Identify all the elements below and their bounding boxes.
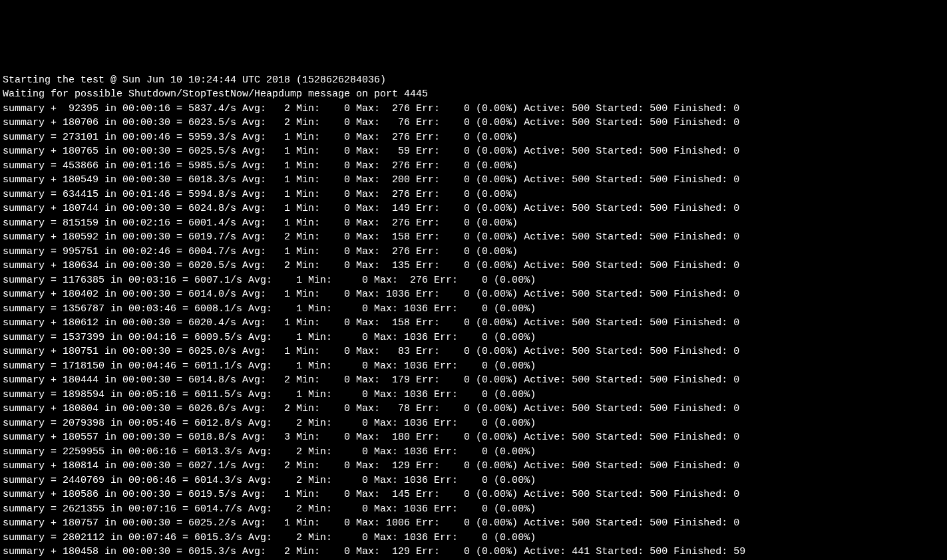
- terminal-line: Waiting for possible Shutdown/StopTestNo…: [3, 87, 944, 102]
- terminal-line: summary + 92395 in 00:00:16 = 5837.4/s A…: [3, 102, 944, 116]
- terminal-line: summary = 2621355 in 00:07:16 = 6014.7/s…: [3, 502, 944, 517]
- terminal-line: summary = 1176385 in 00:03:16 = 6007.1/s…: [3, 273, 944, 288]
- terminal-line: summary + 180444 in 00:00:30 = 6014.8/s …: [3, 373, 944, 388]
- terminal-line: summary = 995751 in 00:02:46 = 6004.7/s …: [3, 245, 944, 259]
- terminal-line: summary + 180592 in 00:00:30 = 6019.7/s …: [3, 230, 944, 245]
- terminal-line: summary = 634415 in 00:01:46 = 5994.8/s …: [3, 188, 944, 202]
- terminal-line: Starting the test @ Sun Jun 10 10:24:44 …: [3, 73, 944, 88]
- terminal-line: summary + 180765 in 00:00:30 = 6025.5/s …: [3, 144, 944, 159]
- terminal-line: summary + 180757 in 00:00:30 = 6025.2/s …: [3, 516, 944, 531]
- terminal-line: summary = 815159 in 00:02:16 = 6001.4/s …: [3, 216, 944, 231]
- terminal-line: summary + 180549 in 00:00:30 = 6018.3/s …: [3, 173, 944, 188]
- terminal-line: summary = 1356787 in 00:03:46 = 6008.1/s…: [3, 302, 944, 317]
- terminal-line: summary = 2079398 in 00:05:46 = 6012.8/s…: [3, 416, 944, 431]
- terminal-line: summary = 1537399 in 00:04:16 = 6009.5/s…: [3, 331, 944, 345]
- terminal-line: summary + 180706 in 00:00:30 = 6023.5/s …: [3, 116, 944, 130]
- terminal-line: summary = 2440769 in 00:06:46 = 6014.3/s…: [3, 474, 944, 488]
- terminal-line: summary + 180744 in 00:00:30 = 6024.8/s …: [3, 202, 944, 216]
- terminal-line: summary = 1898594 in 00:05:16 = 6011.5/s…: [3, 388, 944, 402]
- terminal-line: summary + 180814 in 00:00:30 = 6027.1/s …: [3, 459, 944, 474]
- terminal-line: summary + 180612 in 00:00:30 = 6020.4/s …: [3, 316, 944, 331]
- terminal-line: summary + 180402 in 00:00:30 = 6014.0/s …: [3, 287, 944, 302]
- terminal-line: summary = 453866 in 00:01:16 = 5985.5/s …: [3, 159, 944, 174]
- terminal-line: summary + 180751 in 00:00:30 = 6025.0/s …: [3, 345, 944, 359]
- terminal-line: summary + 180458 in 00:00:30 = 6015.3/s …: [3, 545, 944, 559]
- terminal-output: Starting the test @ Sun Jun 10 10:24:44 …: [0, 72, 947, 561]
- terminal-line: summary = 2802112 in 00:07:46 = 6015.3/s…: [3, 531, 944, 545]
- terminal-line: summary + 180634 in 00:00:30 = 6020.5/s …: [3, 259, 944, 273]
- terminal-line: summary + 180586 in 00:00:30 = 6019.5/s …: [3, 488, 944, 502]
- terminal-line: summary = 273101 in 00:00:46 = 5959.3/s …: [3, 130, 944, 145]
- terminal-line: summary = 1718150 in 00:04:46 = 6011.1/s…: [3, 359, 944, 374]
- terminal-line: summary + 180804 in 00:00:30 = 6026.6/s …: [3, 402, 944, 416]
- terminal-line: summary = 2259955 in 00:06:16 = 6013.3/s…: [3, 445, 944, 460]
- terminal-line: summary + 180557 in 00:00:30 = 6018.8/s …: [3, 430, 944, 445]
